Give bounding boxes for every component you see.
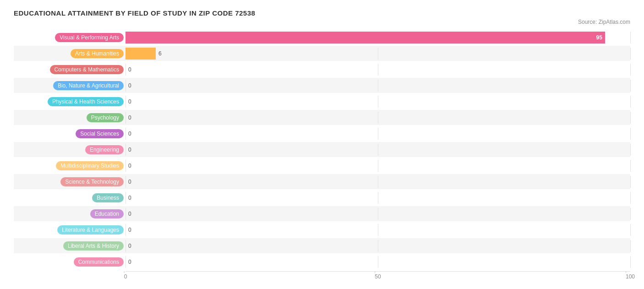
bar-label: Psychology bbox=[14, 113, 124, 122]
x-tick: 100 bbox=[626, 273, 635, 280]
grid-line bbox=[126, 160, 126, 172]
grid-line bbox=[630, 256, 631, 268]
label-pill: Liberal Arts & History bbox=[63, 241, 124, 251]
bar-row: Business0 bbox=[14, 190, 630, 205]
bar-row: Arts & Humanities6 bbox=[14, 46, 630, 61]
bar-value: 0 bbox=[128, 243, 131, 249]
grid-line bbox=[126, 208, 126, 220]
bar-fill bbox=[126, 48, 156, 60]
bar-label: Bio, Nature & Agricultural bbox=[14, 81, 124, 90]
bar-row: Education0 bbox=[14, 206, 630, 221]
bar-label: Physical & Health Sciences bbox=[14, 97, 124, 106]
label-pill: Communications bbox=[74, 257, 124, 267]
grid-line bbox=[378, 192, 378, 204]
label-pill: Business bbox=[92, 193, 124, 202]
label-pill: Bio, Nature & Agricultural bbox=[53, 81, 124, 90]
bar-row: Social Sciences0 bbox=[14, 126, 630, 141]
bars-area: Visual & Performing Arts95Arts & Humanit… bbox=[14, 30, 630, 269]
bar-track: 0 bbox=[126, 240, 630, 252]
label-pill: Science & Technology bbox=[60, 177, 124, 186]
grid-line bbox=[630, 48, 631, 60]
bar-track: 0 bbox=[126, 80, 630, 92]
grid-line bbox=[630, 176, 631, 188]
chart-container: Visual & Performing Arts95Arts & Humanit… bbox=[14, 30, 630, 280]
grid-line bbox=[630, 112, 631, 124]
grid-line bbox=[378, 112, 378, 124]
label-pill: Physical & Health Sciences bbox=[48, 97, 124, 106]
bar-track: 0 bbox=[126, 256, 630, 268]
bar-value: 0 bbox=[128, 98, 131, 105]
bar-row: Visual & Performing Arts95 bbox=[14, 30, 630, 45]
label-pill: Arts & Humanities bbox=[71, 49, 124, 58]
bar-track: 0 bbox=[126, 176, 630, 188]
bar-value: 0 bbox=[128, 66, 131, 73]
page-title: EDUCATIONAL ATTAINMENT BY FIELD OF STUDY… bbox=[14, 9, 630, 17]
bar-value: 0 bbox=[128, 195, 131, 201]
label-pill: Engineering bbox=[85, 145, 124, 154]
bar-value: 0 bbox=[128, 82, 131, 89]
grid-line bbox=[630, 128, 631, 140]
grid-line bbox=[630, 96, 631, 108]
bar-track: 0 bbox=[126, 144, 630, 156]
bar-label: Business bbox=[14, 193, 124, 202]
bar-track: 0 bbox=[126, 208, 630, 220]
label-pill: Computers & Mathematics bbox=[50, 65, 124, 74]
bar-row: Liberal Arts & History0 bbox=[14, 238, 630, 253]
source-label: Source: ZipAtlas.com bbox=[14, 19, 630, 25]
grid-line bbox=[126, 64, 126, 76]
bar-value: 0 bbox=[128, 211, 131, 217]
bar-track: 0 bbox=[126, 96, 630, 108]
grid-line bbox=[378, 176, 378, 188]
grid-line bbox=[630, 64, 631, 76]
bar-value: 95 bbox=[596, 34, 602, 41]
bar-value: 0 bbox=[128, 163, 131, 169]
grid-line bbox=[630, 144, 631, 156]
grid-line bbox=[126, 128, 126, 140]
grid-line bbox=[126, 256, 126, 268]
grid-line bbox=[630, 208, 631, 220]
grid-line bbox=[378, 240, 378, 252]
label-pill: Psychology bbox=[87, 113, 124, 122]
bar-row: Literature & Languages0 bbox=[14, 222, 630, 237]
bar-row: Science & Technology0 bbox=[14, 174, 630, 189]
grid-line bbox=[378, 48, 378, 60]
bar-row: Bio, Nature & Agricultural0 bbox=[14, 78, 630, 93]
x-tick: 0 bbox=[124, 273, 127, 280]
bar-label: Engineering bbox=[14, 145, 124, 154]
bar-row: Psychology0 bbox=[14, 110, 630, 125]
grid-line bbox=[126, 192, 126, 204]
bar-value: 0 bbox=[128, 115, 131, 121]
bar-track: 0 bbox=[126, 128, 630, 140]
grid-line bbox=[126, 224, 126, 236]
label-pill: Education bbox=[90, 209, 124, 218]
bar-value: 0 bbox=[128, 227, 131, 233]
bar-track: 6 bbox=[126, 48, 630, 60]
grid-line bbox=[126, 144, 126, 156]
grid-line bbox=[378, 208, 378, 220]
bar-label: Multidisciplinary Studies bbox=[14, 161, 124, 170]
bar-value: 0 bbox=[128, 259, 131, 265]
grid-line bbox=[378, 64, 378, 76]
label-pill: Visual & Performing Arts bbox=[55, 33, 124, 42]
bar-label: Computers & Mathematics bbox=[14, 65, 124, 74]
grid-line bbox=[126, 80, 126, 92]
grid-line bbox=[630, 160, 631, 172]
bar-track: 0 bbox=[126, 112, 630, 124]
bar-label: Science & Technology bbox=[14, 177, 124, 186]
bar-track: 0 bbox=[126, 192, 630, 204]
label-pill: Social Sciences bbox=[76, 129, 124, 138]
grid-line bbox=[630, 240, 631, 252]
grid-line bbox=[126, 240, 126, 252]
bar-value: 6 bbox=[158, 50, 162, 57]
x-axis: 050100 bbox=[126, 271, 630, 280]
grid-line bbox=[378, 144, 378, 156]
bar-label: Liberal Arts & History bbox=[14, 241, 124, 251]
grid-line bbox=[378, 96, 378, 108]
grid-line bbox=[378, 80, 378, 92]
grid-line bbox=[378, 128, 378, 140]
bar-label: Literature & Languages bbox=[14, 225, 124, 234]
bar-fill: 95 bbox=[126, 32, 605, 44]
bar-row: Communications0 bbox=[14, 254, 630, 269]
grid-line bbox=[126, 96, 126, 108]
bar-row: Physical & Health Sciences0 bbox=[14, 94, 630, 109]
